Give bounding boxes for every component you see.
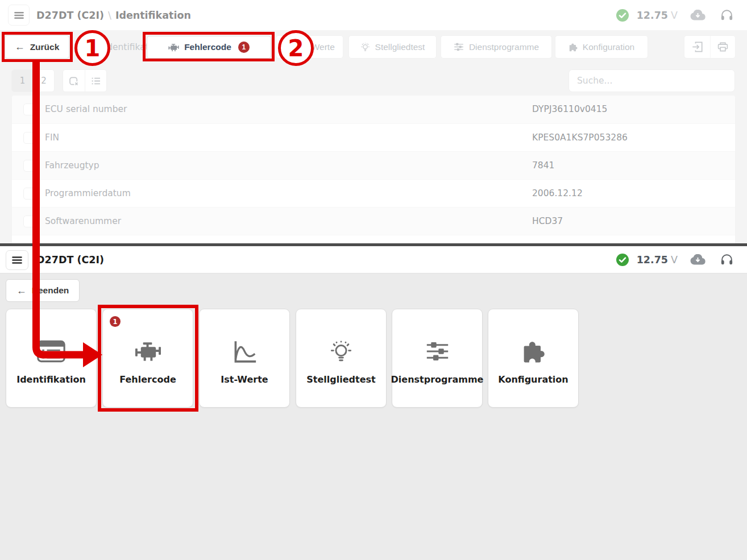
tile-stellgliedtest[interactable]: Stellgliedtest <box>296 309 387 408</box>
screen-identifikation: D27DT (C2I) \ Identifikation 12.75V Iden… <box>0 0 747 243</box>
tile-identifikation[interactable]: Identifikation <box>6 309 97 408</box>
tile-dienstprogramme[interactable]: Dienstprogramme <box>392 309 483 408</box>
highlight-box-zurueck <box>2 32 73 62</box>
tile-ist-werte[interactable]: Ist-Werte <box>199 309 290 408</box>
step-2-marker: 2 <box>278 30 314 66</box>
hamburger-icon <box>11 255 23 265</box>
status-bar: 12.75V <box>616 246 733 273</box>
sliders-icon <box>425 337 450 366</box>
curve-chart-icon <box>232 337 257 366</box>
tutorial-page: D27DT (C2I) \ Identifikation 12.75V Iden… <box>0 0 747 560</box>
exit-button[interactable]: ← Beenden <box>6 279 80 302</box>
highlight-box-fehlercode-tile <box>98 305 198 412</box>
ecu-title: D27DT (C2I) <box>36 246 104 273</box>
voltage-unit: V <box>671 254 678 266</box>
id-card-icon <box>37 337 65 366</box>
bulb-icon <box>329 337 353 366</box>
puzzle-icon <box>521 337 545 366</box>
voltage-value: 12.75V <box>637 254 678 266</box>
headphones-icon[interactable] <box>720 254 733 266</box>
cloud-download-icon[interactable] <box>690 254 706 265</box>
highlight-box-fehlercode <box>143 32 275 61</box>
menu-button[interactable] <box>6 250 28 270</box>
connection-ok-icon <box>616 254 629 266</box>
back-arrow-icon: ← <box>16 285 27 297</box>
tile-konfiguration[interactable]: Konfiguration <box>488 309 579 408</box>
step-1-marker: 1 <box>74 30 110 66</box>
app-header: D27DT (C2I) 12.75V <box>0 246 747 273</box>
screenshot-divider <box>0 243 747 246</box>
dim-overlay <box>0 0 747 243</box>
